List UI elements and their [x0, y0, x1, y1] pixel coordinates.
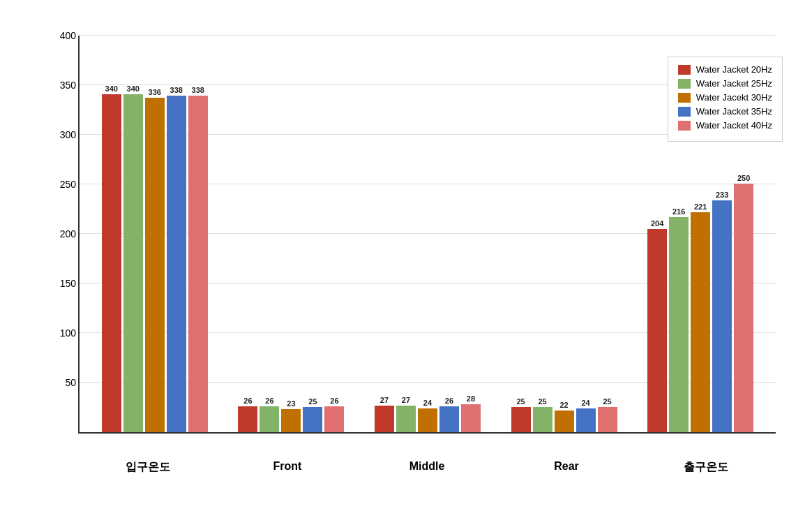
bar	[281, 409, 301, 432]
bar-wrapper: 28	[461, 394, 481, 432]
legend-label: Water Jacekt 30Hz	[696, 92, 772, 103]
bar	[533, 407, 552, 432]
y-tick-label: 250	[45, 179, 76, 190]
x-axis-label: Middle	[357, 460, 497, 475]
bar-value-label: 204	[651, 219, 663, 228]
bar	[324, 406, 344, 432]
bar-wrapper: 23	[281, 399, 301, 432]
bar	[260, 406, 279, 432]
legend-color-swatch	[678, 93, 691, 103]
legend-label: Water Jacket 40Hz	[696, 120, 772, 131]
bar	[511, 407, 531, 432]
bar-group: 204216221233250	[632, 174, 769, 432]
bar	[145, 98, 165, 432]
bar-wrapper: 25	[533, 397, 552, 432]
bar-wrapper: 233	[712, 191, 732, 432]
bar-value-label: 216	[672, 207, 685, 216]
bar-wrapper: 25	[598, 397, 617, 432]
legend-item: Water Jacket 40Hz	[678, 120, 772, 131]
bar	[238, 406, 257, 432]
y-tick-label: 300	[45, 129, 76, 140]
bar-value-label: 25	[308, 397, 317, 406]
bar-value-label: 336	[149, 88, 161, 96]
bar	[167, 96, 186, 432]
bar-wrapper: 27	[396, 396, 416, 432]
bar	[439, 406, 459, 432]
bar	[691, 212, 710, 432]
bar-wrapper: 338	[188, 86, 208, 432]
bar	[123, 94, 143, 433]
bar-value-label: 25	[516, 397, 525, 406]
bar-value-label: 26	[330, 397, 338, 405]
bar-wrapper: 24	[576, 399, 596, 432]
bar	[303, 407, 322, 432]
x-axis-label: Front	[218, 460, 357, 475]
legend-label: Water Jacket 20Hz	[696, 64, 772, 75]
bar-wrapper: 24	[418, 399, 437, 432]
y-tick-label: 100	[45, 327, 76, 339]
bar-value-label: 340	[105, 84, 118, 93]
bar-wrapper: 27	[375, 396, 394, 432]
bar-value-label: 233	[716, 191, 728, 199]
bar-wrapper: 221	[691, 202, 710, 432]
bar	[598, 407, 617, 432]
x-labels: 입구온도FrontMiddleRear출구온도	[78, 460, 776, 475]
bar-wrapper: 338	[167, 86, 186, 432]
bar-group: 2626232526	[223, 397, 360, 432]
bar-wrapper: 26	[260, 397, 279, 432]
y-tick-label: 150	[45, 278, 76, 289]
bar-wrapper: 216	[669, 207, 689, 432]
bar-wrapper: 22	[555, 401, 574, 432]
chart-container: 5010015020025030035040034034033633833826…	[22, 15, 790, 517]
bar-value-label: 23	[287, 399, 295, 408]
legend-item: Water Jacket 25Hz	[678, 78, 772, 89]
legend-label: Water Jacket 35Hz	[696, 106, 772, 117]
y-tick-label: 200	[45, 228, 76, 239]
x-axis-label: Rear	[497, 460, 636, 475]
bar-wrapper: 25	[511, 397, 531, 432]
bar-wrapper: 340	[102, 84, 121, 433]
bar-wrapper: 336	[145, 88, 165, 432]
bar-value-label: 27	[380, 396, 389, 404]
legend: Water Jacket 20HzWater Jacket 25HzWater …	[668, 57, 783, 142]
legend-item: Water Jacket 35Hz	[678, 106, 772, 117]
bar-group: 340340336338338	[87, 84, 223, 433]
bar	[461, 404, 481, 432]
y-tick-label: 350	[45, 80, 76, 91]
bar-value-label: 26	[265, 397, 273, 405]
bar-value-label: 25	[603, 397, 611, 406]
bar	[418, 408, 437, 432]
bar-group: 2727242628	[359, 394, 496, 432]
bar-value-label: 24	[423, 399, 432, 407]
y-tick-label: 50	[45, 377, 76, 388]
bar	[576, 408, 596, 432]
bar-value-label: 27	[402, 396, 410, 404]
bar	[555, 411, 574, 432]
bar-value-label: 338	[170, 86, 183, 94]
bar	[396, 406, 416, 432]
legend-item: Water Jacket 20Hz	[678, 64, 772, 75]
bar-value-label: 25	[538, 397, 546, 406]
bar-wrapper: 26	[324, 397, 344, 432]
x-axis-label: 입구온도	[78, 460, 218, 475]
legend-label: Water Jacket 25Hz	[696, 78, 772, 89]
bar-wrapper: 204	[647, 219, 667, 432]
legend-color-swatch	[678, 121, 691, 131]
legend-color-swatch	[678, 79, 691, 89]
x-axis-label: 출구온도	[636, 460, 776, 475]
legend-item: Water Jacekt 30Hz	[678, 92, 772, 103]
bar	[669, 217, 689, 432]
bar-value-label: 22	[559, 401, 568, 409]
bar	[647, 229, 667, 432]
legend-color-swatch	[678, 65, 691, 75]
bar-wrapper: 340	[123, 84, 143, 433]
bar-value-label: 338	[192, 86, 204, 94]
bar	[188, 96, 208, 432]
bar	[712, 200, 732, 432]
bar-wrapper: 26	[238, 397, 257, 432]
bar-wrapper: 250	[734, 174, 753, 432]
bar-wrapper: 25	[303, 397, 322, 432]
bar-value-label: 26	[445, 397, 453, 405]
bar-value-label: 26	[243, 397, 252, 405]
bar-value-label: 28	[467, 394, 475, 403]
